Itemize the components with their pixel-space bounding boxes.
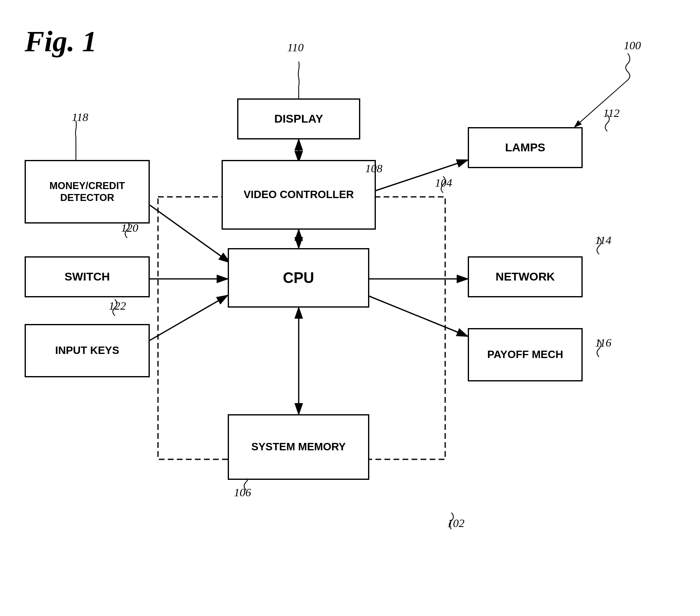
ref-102: 102 [447,517,464,530]
diagram-svg [0,0,700,616]
ref-118: 118 [72,111,88,124]
network-box: NETWORK [468,256,583,297]
input-keys-box: INPUT KEYS [25,324,150,377]
lamps-box: LAMPS [468,127,583,168]
system-memory-box: SYSTEM MEMORY [228,414,369,480]
ref-112: 112 [603,107,620,120]
ref-114: 114 [595,234,611,247]
ref-106: 106 [234,486,251,499]
ref-108: 108 [365,162,382,175]
video-controller-box: VIDEO CONTROLLER [222,160,376,230]
switch-box: SWITCH [25,256,150,297]
svg-line-9 [357,291,468,336]
svg-line-14 [574,80,628,127]
svg-line-12 [150,295,228,340]
svg-line-8 [369,160,468,193]
ref-110: 110 [287,41,304,54]
ref-116: 116 [595,336,611,349]
ref-122: 122 [109,299,126,313]
money-credit-box: MONEY/CREDIT DETECTOR [25,160,150,224]
ref-120: 120 [121,221,138,235]
cpu-box: CPU [228,248,369,308]
ref-100: 100 [624,39,641,52]
display-box: DISPLAY [237,98,360,139]
svg-line-10 [150,205,230,262]
ref-104: 104 [435,176,452,189]
payoff-mech-box: PAYOFF MECH [468,328,583,381]
